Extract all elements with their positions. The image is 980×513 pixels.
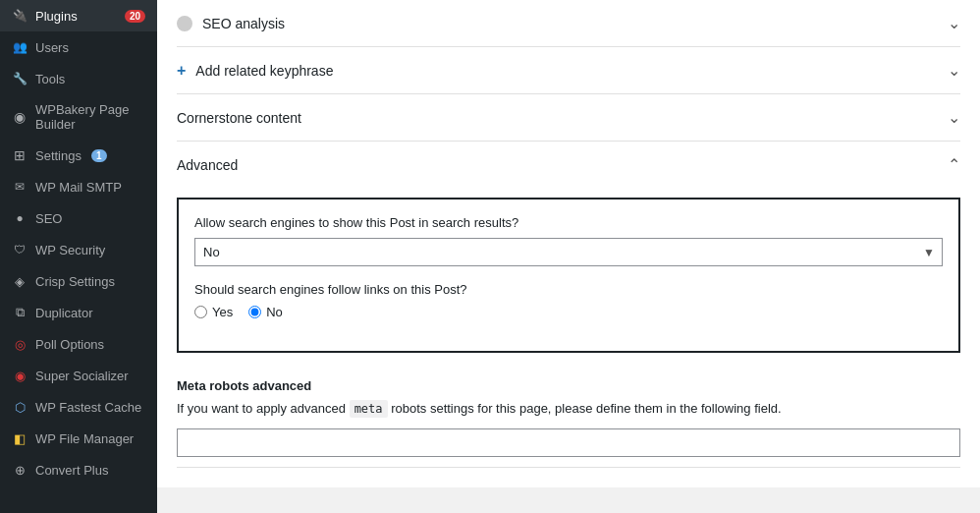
- crisp-icon: [12, 273, 27, 289]
- follow-links-radio-group: Yes No: [194, 305, 943, 319]
- follow-links-no-option[interactable]: No: [248, 305, 283, 319]
- sidebar-item-wpmail[interactable]: WP Mail SMTP: [0, 171, 157, 202]
- users-icon: [12, 39, 27, 55]
- advanced-content: Allow search engines to show this Post i…: [177, 188, 960, 467]
- accordion-header-advanced[interactable]: Advanced ⌃: [177, 142, 960, 188]
- search-engines-select-wrapper: No Yes ▼: [194, 238, 943, 266]
- puzzle-icon: [12, 8, 27, 24]
- chevron-down-icon-2: ⌄: [948, 61, 960, 80]
- sidebar-label-users: Users: [35, 40, 69, 55]
- fastest-icon: [12, 399, 27, 415]
- sidebar-label-wpfastestcache: WP Fastest Cache: [35, 400, 141, 415]
- follow-links-yes-radio[interactable]: [194, 306, 207, 318]
- accordion-keyphrase: + Add related keyphrase ⌄: [177, 47, 960, 94]
- sidebar-item-wpbakery[interactable]: WPBakery Page Builder: [0, 94, 157, 140]
- main-content: SEO analysis ⌄ + Add related keyphrase ⌄…: [157, 0, 980, 513]
- sidebar: Plugins 20 Users Tools WPBakery Page Bui…: [0, 0, 157, 513]
- follow-links-no-label: No: [266, 305, 283, 319]
- accordion-advanced: Advanced ⌃ Allow search engines to show …: [177, 142, 960, 468]
- sidebar-label-wpfilemanager: WP File Manager: [35, 431, 134, 446]
- wpbakery-icon: [12, 109, 27, 125]
- sidebar-item-wpfastestcache[interactable]: WP Fastest Cache: [0, 391, 157, 423]
- socializer-icon: [12, 368, 27, 383]
- advanced-label: Advanced: [177, 157, 238, 173]
- duplicate-icon: [12, 305, 27, 320]
- sidebar-label-wpmail: WP Mail SMTP: [35, 180, 122, 195]
- sidebar-item-plugins[interactable]: Plugins 20: [0, 0, 157, 31]
- sidebar-item-convertplus[interactable]: Convert Plus: [0, 454, 157, 485]
- follow-links-yes-option[interactable]: Yes: [194, 305, 233, 319]
- chevron-down-icon: ⌄: [948, 14, 960, 32]
- mail-icon: [12, 179, 27, 195]
- meta-desc-before: If you want to apply advanced: [177, 401, 346, 416]
- content-area: SEO analysis ⌄ + Add related keyphrase ⌄…: [157, 0, 980, 487]
- settings-badge: 1: [91, 149, 107, 162]
- meta-robots-title: Meta robots advanced: [177, 378, 960, 393]
- search-engines-label: Allow search engines to show this Post i…: [194, 215, 943, 230]
- circle-icon: [177, 16, 192, 31]
- sidebar-label-crisp: Crisp Settings: [35, 274, 115, 289]
- sidebar-label-wpsecurity: WP Security: [35, 243, 105, 257]
- search-engines-select[interactable]: No Yes: [194, 238, 943, 266]
- sidebar-label-convertplus: Convert Plus: [35, 463, 108, 478]
- follow-links-label: Should search engines follow links on th…: [194, 282, 943, 297]
- chevron-down-icon-3: ⌄: [948, 108, 960, 127]
- settings-icon: [12, 147, 27, 163]
- sidebar-label-tools: Tools: [35, 72, 65, 86]
- cornerstone-title-row: Cornerstone content: [177, 110, 301, 126]
- sidebar-label-wpbakery: WPBakery Page Builder: [35, 102, 145, 132]
- meta-desc-after: robots settings for this page, please de…: [391, 401, 781, 416]
- sidebar-label-polloptions: Poll Options: [35, 337, 104, 352]
- tools-icon: [12, 71, 27, 86]
- advanced-box: Allow search engines to show this Post i…: [177, 198, 960, 353]
- keyphrase-label: Add related keyphrase: [195, 63, 333, 79]
- sidebar-item-crisp[interactable]: Crisp Settings: [0, 265, 157, 297]
- sidebar-label-seo: SEO: [35, 211, 62, 226]
- sidebar-item-wpfilemanager[interactable]: WP File Manager: [0, 423, 157, 454]
- search-engines-field: Allow search engines to show this Post i…: [194, 215, 943, 266]
- sidebar-item-settings[interactable]: Settings 1: [0, 140, 157, 171]
- accordion-header-cornerstone[interactable]: Cornerstone content ⌄: [177, 94, 960, 141]
- sidebar-label-supersocializer: Super Socializer: [35, 369, 129, 383]
- accordion-seo-analysis: SEO analysis ⌄: [177, 0, 960, 47]
- plugins-badge: 20: [125, 10, 145, 23]
- poll-icon: [12, 336, 27, 352]
- sidebar-item-duplicator[interactable]: Duplicator: [0, 297, 157, 328]
- sidebar-item-tools[interactable]: Tools: [0, 63, 157, 94]
- shield-icon: [12, 242, 27, 257]
- seo-analysis-label: SEO analysis: [202, 16, 285, 31]
- sidebar-item-wpsecurity[interactable]: WP Security: [0, 234, 157, 265]
- keyphrase-title-row: + Add related keyphrase: [177, 62, 333, 80]
- follow-links-field: Should search engines follow links on th…: [194, 282, 943, 319]
- chevron-up-icon: ⌃: [948, 155, 960, 174]
- sidebar-label-settings: Settings: [35, 148, 82, 163]
- accordion-header-keyphrase[interactable]: + Add related keyphrase ⌄: [177, 47, 960, 93]
- meta-robots-input[interactable]: [177, 428, 960, 457]
- meta-robots-section: Meta robots advanced If you want to appl…: [177, 369, 960, 467]
- sidebar-item-supersocializer[interactable]: Super Socializer: [0, 360, 157, 391]
- cornerstone-label: Cornerstone content: [177, 110, 301, 126]
- meta-code: meta: [350, 400, 388, 418]
- sidebar-item-polloptions[interactable]: Poll Options: [0, 328, 157, 360]
- advanced-title-row: Advanced: [177, 157, 238, 173]
- sidebar-label-plugins: Plugins: [35, 9, 78, 24]
- sidebar-item-seo[interactable]: SEO: [0, 202, 157, 234]
- accordion-header-seo-analysis[interactable]: SEO analysis ⌄: [177, 0, 960, 46]
- convert-icon: [12, 462, 27, 478]
- follow-links-no-radio[interactable]: [248, 306, 261, 318]
- plus-icon: +: [177, 62, 186, 80]
- sidebar-item-users[interactable]: Users: [0, 31, 157, 63]
- sidebar-label-duplicator: Duplicator: [35, 306, 93, 320]
- seo-analysis-title-row: SEO analysis: [177, 16, 285, 31]
- follow-links-yes-label: Yes: [212, 305, 233, 319]
- meta-robots-description: If you want to apply advanced meta robot…: [177, 399, 960, 419]
- seo-icon: [12, 210, 27, 226]
- filemanager-icon: [12, 430, 27, 446]
- accordion-cornerstone: Cornerstone content ⌄: [177, 94, 960, 142]
